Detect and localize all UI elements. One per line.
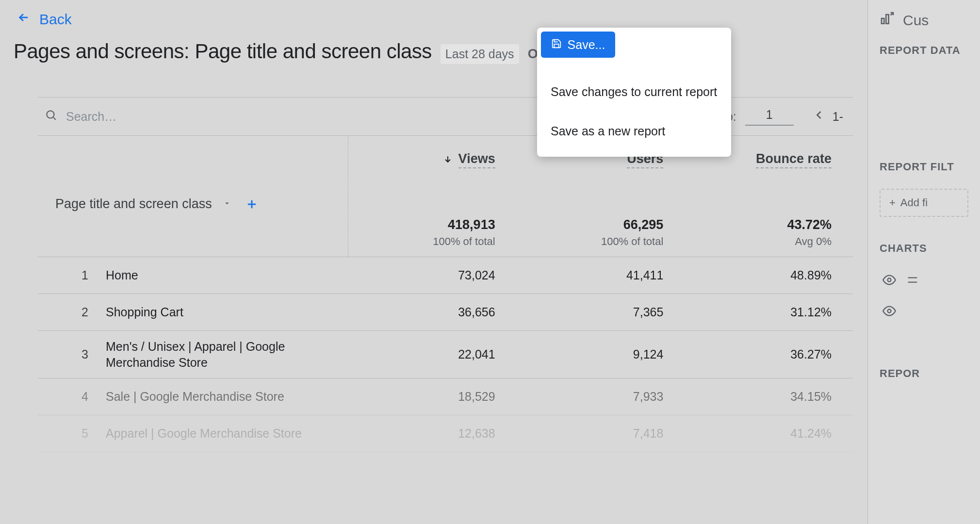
table-row[interactable]: 2 Shopping Cart 36,656 7,365 31.12% bbox=[38, 294, 853, 331]
save-as-new-option[interactable]: Save as a new report bbox=[537, 112, 731, 151]
back-label: Back bbox=[39, 11, 72, 28]
svg-point-4 bbox=[888, 310, 891, 313]
svg-point-0 bbox=[47, 111, 54, 118]
row-views: 18,529 bbox=[348, 390, 517, 404]
sort-descending-icon bbox=[443, 152, 453, 167]
page-title: Pages and screens: Page title and screen… bbox=[14, 40, 432, 63]
row-views: 12,638 bbox=[348, 426, 517, 441]
metric-label: Views bbox=[458, 151, 495, 168]
chart-visibility-toggle-2[interactable] bbox=[868, 296, 980, 328]
row-users: 7,365 bbox=[517, 305, 685, 319]
table-row[interactable]: 5 Apparel | Google Merchandise Store 12,… bbox=[38, 415, 853, 452]
search-input[interactable] bbox=[66, 110, 163, 124]
svg-rect-1 bbox=[882, 18, 884, 24]
save-button[interactable]: Save... bbox=[541, 32, 615, 58]
main-content: Back Pages and screens: Page title and s… bbox=[0, 0, 867, 524]
row-index: 2 bbox=[38, 305, 106, 319]
customize-label: Cus bbox=[903, 12, 929, 29]
row-label: Apparel | Google Merchandise Store bbox=[106, 418, 348, 449]
caret-down-icon[interactable] bbox=[223, 199, 231, 210]
arrow-left-icon bbox=[17, 11, 31, 28]
row-bounce: 31.12% bbox=[685, 305, 853, 319]
row-users: 7,418 bbox=[517, 426, 685, 441]
row-views: 22,041 bbox=[348, 347, 517, 361]
customize-header[interactable]: Cus bbox=[868, 4, 980, 33]
prev-page-button[interactable] bbox=[812, 108, 826, 125]
metric-label: Bounce rate bbox=[756, 151, 832, 168]
back-link[interactable]: Back bbox=[17, 11, 72, 28]
save-button-label: Save... bbox=[568, 38, 605, 52]
metric-total: 418,913 bbox=[348, 217, 495, 232]
table-row[interactable]: 1 Home 73,024 41,411 48.89% bbox=[38, 257, 853, 294]
row-bounce: 36.27% bbox=[685, 347, 853, 361]
search-icon bbox=[45, 109, 57, 124]
add-filter-button[interactable]: + Add fi bbox=[880, 189, 968, 217]
dimension-column-header: Page title and screen class bbox=[38, 136, 348, 257]
goto-input[interactable] bbox=[745, 108, 794, 126]
eye-icon bbox=[882, 304, 896, 320]
section-report-data: REPORT DATA bbox=[868, 33, 980, 67]
section-report-filter: REPORT FILT bbox=[868, 150, 980, 184]
metric-total: 66,295 bbox=[517, 217, 664, 232]
table-body: 1 Home 73,024 41,411 48.89% 2 Shopping C… bbox=[38, 257, 853, 452]
table-row[interactable]: 4 Sale | Google Merchandise Store 18,529… bbox=[38, 378, 853, 415]
page-range-text: 1- bbox=[833, 110, 843, 124]
row-label: Men's / Unisex | Apparel | Google Mercha… bbox=[106, 331, 348, 378]
metric-column-views[interactable]: Views 418,913 100% of total bbox=[348, 136, 517, 257]
eye-icon bbox=[882, 273, 896, 289]
row-label: Home bbox=[106, 260, 348, 291]
row-index: 5 bbox=[38, 426, 106, 441]
section-report: REPOR bbox=[868, 357, 980, 391]
row-bounce: 34.15% bbox=[685, 390, 853, 404]
customize-icon bbox=[880, 11, 895, 30]
date-range-pill[interactable]: Last 28 days bbox=[441, 44, 519, 64]
save-menu-popover: Save... Save changes to current report S… bbox=[537, 28, 731, 157]
row-index: 3 bbox=[38, 347, 106, 361]
row-users: 41,411 bbox=[517, 268, 685, 282]
plus-icon: + bbox=[889, 196, 896, 209]
row-index: 4 bbox=[38, 390, 106, 404]
metric-subtext: 100% of total bbox=[348, 235, 495, 248]
save-icon bbox=[551, 38, 562, 52]
metric-subtext: Avg 0% bbox=[685, 235, 832, 248]
row-users: 7,933 bbox=[517, 390, 685, 404]
row-label: Sale | Google Merchandise Store bbox=[106, 381, 348, 412]
row-bounce: 41.24% bbox=[685, 426, 853, 441]
row-bounce: 48.89% bbox=[685, 268, 853, 282]
svg-point-3 bbox=[888, 278, 891, 282]
metric-total: 43.72% bbox=[685, 217, 832, 232]
add-filter-label: Add fi bbox=[900, 196, 928, 209]
dimension-label: Page title and screen class bbox=[55, 196, 212, 212]
row-users: 9,124 bbox=[517, 347, 685, 361]
data-table: Rows per page: 10 Go to: bbox=[38, 97, 853, 524]
paginator: 1- bbox=[812, 108, 843, 125]
row-views: 36,656 bbox=[348, 305, 517, 319]
metric-subtext: 100% of total bbox=[517, 235, 664, 248]
chart-visibility-toggle-1[interactable] bbox=[868, 265, 980, 296]
row-index: 1 bbox=[38, 268, 106, 282]
grip-lines-icon bbox=[906, 273, 919, 289]
table-row[interactable]: 3 Men's / Unisex | Apparel | Google Merc… bbox=[38, 331, 853, 378]
customize-panel: Cus REPORT DATA REPORT FILT + Add fi CHA… bbox=[867, 0, 980, 524]
add-dimension-button[interactable] bbox=[242, 195, 261, 214]
section-charts: CHARTS bbox=[868, 231, 980, 265]
row-views: 73,024 bbox=[348, 268, 517, 282]
svg-rect-2 bbox=[886, 15, 888, 24]
save-changes-option[interactable]: Save changes to current report bbox=[537, 72, 731, 112]
row-label: Shopping Cart bbox=[106, 296, 348, 328]
